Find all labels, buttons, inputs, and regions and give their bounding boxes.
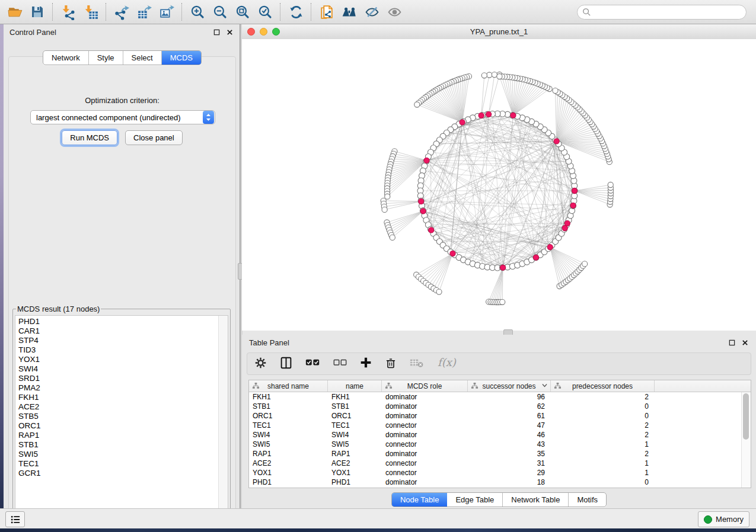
graph-node[interactable]	[582, 261, 588, 267]
table-tab-edge-table[interactable]: Edge Table	[447, 493, 503, 507]
graph-node[interactable]	[382, 207, 387, 212]
graph-dominator-node[interactable]	[450, 251, 455, 256]
graph-dominator-node[interactable]	[570, 203, 576, 208]
mcds-result-item[interactable]: SRD1	[18, 374, 217, 383]
mcds-result-item[interactable]: YOX1	[18, 355, 217, 364]
table-scrollbar[interactable]	[741, 392, 751, 488]
float-panel-button[interactable]	[212, 28, 221, 36]
column-header-name[interactable]: name	[328, 380, 382, 392]
graph-dominator-node[interactable]	[424, 158, 429, 163]
mcds-list-scrollbar[interactable]	[218, 316, 228, 518]
table-tab-node-table[interactable]: Node Table	[392, 493, 448, 507]
graph-dominator-node[interactable]	[547, 245, 553, 250]
graph-dominator-node[interactable]	[511, 113, 516, 118]
graph-dominator-node[interactable]	[420, 209, 426, 214]
mcds-result-list[interactable]: PHD1CAR1STP4TID3YOX1SWI4SRD1PMA2FKH1ACE2…	[15, 315, 228, 519]
table-row[interactable]: STB1STB1dominator620	[249, 402, 751, 411]
show-all-button[interactable]	[383, 2, 406, 22]
mcds-result-item[interactable]: TID3	[18, 345, 217, 355]
graph-dominator-node[interactable]	[460, 120, 465, 125]
mcds-result-item[interactable]: CAR1	[18, 326, 217, 336]
mcds-result-item[interactable]: PHD1	[18, 317, 217, 326]
zoom-out-button[interactable]	[209, 2, 231, 22]
table-row[interactable]: FKH1FKH1dominator962	[249, 392, 751, 402]
tab-network[interactable]: Network	[43, 51, 89, 65]
table-tab-motifs[interactable]: Motifs	[569, 493, 606, 507]
clone-network-button[interactable]	[315, 2, 338, 22]
function-builder-button[interactable]: f(x)	[436, 355, 460, 372]
mcds-result-item[interactable]: STP4	[18, 336, 217, 345]
graph-node[interactable]	[390, 235, 395, 240]
table-row[interactable]: ORC1ORC1dominator610	[249, 411, 751, 421]
graph-node[interactable]	[487, 72, 492, 78]
create-column-button[interactable]	[360, 357, 372, 371]
close-panel-button[interactable]	[225, 28, 234, 36]
graph-dominator-node[interactable]	[500, 265, 506, 270]
export-table-button[interactable]	[133, 2, 155, 22]
import-table-button[interactable]	[79, 2, 102, 22]
graph-dominator-node[interactable]	[572, 188, 577, 193]
refresh-layout-button[interactable]	[285, 2, 307, 22]
table-row[interactable]: YOX1YOX1connector291	[249, 468, 751, 477]
column-header-successor-nodes[interactable]: successor nodes	[468, 380, 551, 392]
mcds-result-item[interactable]: SWI5	[18, 450, 217, 459]
task-history-button[interactable]	[5, 511, 25, 527]
table-tab-network-table[interactable]: Network Table	[503, 493, 569, 507]
graph-node[interactable]	[436, 289, 442, 294]
mcds-result-item[interactable]: TEC1	[18, 459, 217, 469]
column-header-predecessor-nodes[interactable]: predecessor nodes	[551, 380, 655, 392]
mcds-result-item[interactable]: STB1	[18, 440, 217, 450]
table-row[interactable]: PHD1PHD1dominator180	[249, 477, 751, 487]
table-row[interactable]: TEC1TEC1connector472	[249, 421, 751, 430]
hide-selected-button[interactable]	[361, 2, 383, 22]
mcds-result-item[interactable]: ACE2	[18, 402, 217, 412]
run-mcds-button[interactable]: Run MCDS	[62, 130, 117, 145]
close-mcds-panel-button[interactable]: Close panel	[125, 130, 183, 145]
mcds-result-item[interactable]: ORC1	[18, 421, 217, 431]
import-network-button[interactable]	[57, 2, 79, 22]
table-row[interactable]: SWI4SWI4dominator462	[249, 430, 751, 440]
graph-dominator-node[interactable]	[486, 111, 492, 117]
graph-dominator-node[interactable]	[429, 227, 434, 233]
optimization-criterion-select[interactable]: largest connected component (undirected)	[30, 110, 215, 124]
deselect-all-rows-button[interactable]	[333, 358, 347, 370]
delete-table-button[interactable]	[410, 357, 423, 370]
mcds-result-item[interactable]: SWI4	[18, 364, 217, 374]
mcds-result-item[interactable]: RAP1	[18, 431, 217, 440]
memory-button[interactable]: Memory	[698, 511, 749, 527]
network-canvas[interactable]	[242, 39, 756, 331]
select-all-rows-button[interactable]	[305, 357, 320, 370]
export-image-button[interactable]	[155, 2, 178, 22]
toggle-columns-button[interactable]	[280, 357, 292, 371]
zoom-in-button[interactable]	[186, 2, 209, 22]
column-header-shared-name[interactable]: shared name	[249, 380, 328, 392]
close-table-panel-button[interactable]	[741, 338, 749, 347]
graph-node[interactable]	[492, 72, 497, 78]
mcds-result-item[interactable]: GCR1	[18, 469, 217, 478]
graph-node[interactable]	[500, 299, 505, 305]
float-table-panel-button[interactable]	[728, 338, 736, 347]
graph-node[interactable]	[553, 88, 558, 94]
table-scrollbar-thumb[interactable]	[743, 393, 749, 440]
tab-style[interactable]: Style	[89, 51, 123, 65]
table-mode-button[interactable]	[254, 357, 267, 371]
search-network-button[interactable]	[338, 2, 361, 22]
graph-node[interactable]	[608, 182, 613, 187]
graph-dominator-node[interactable]	[562, 225, 567, 230]
table-row[interactable]: SWI5SWI5connector431	[249, 440, 751, 449]
network-search-input[interactable]	[594, 7, 746, 17]
tab-select[interactable]: Select	[123, 51, 162, 65]
graph-dominator-node[interactable]	[554, 139, 559, 144]
table-row[interactable]: RAP1RAP1dominator352	[249, 449, 751, 459]
delete-column-button[interactable]	[385, 357, 397, 371]
graph-node[interactable]	[481, 73, 487, 78]
tab-mcds[interactable]: MCDS	[162, 51, 201, 65]
graph-dominator-node[interactable]	[533, 255, 538, 260]
column-header-MCDS-role[interactable]: MCDS role	[382, 380, 468, 392]
graph-dominator-node[interactable]	[419, 198, 424, 204]
zoom-fit-button[interactable]	[231, 2, 254, 22]
table-row[interactable]: ACE2ACE2connector311	[249, 459, 751, 468]
zoom-selected-button[interactable]	[254, 2, 276, 22]
export-network-button[interactable]	[110, 2, 133, 22]
graph-node[interactable]	[414, 102, 420, 107]
